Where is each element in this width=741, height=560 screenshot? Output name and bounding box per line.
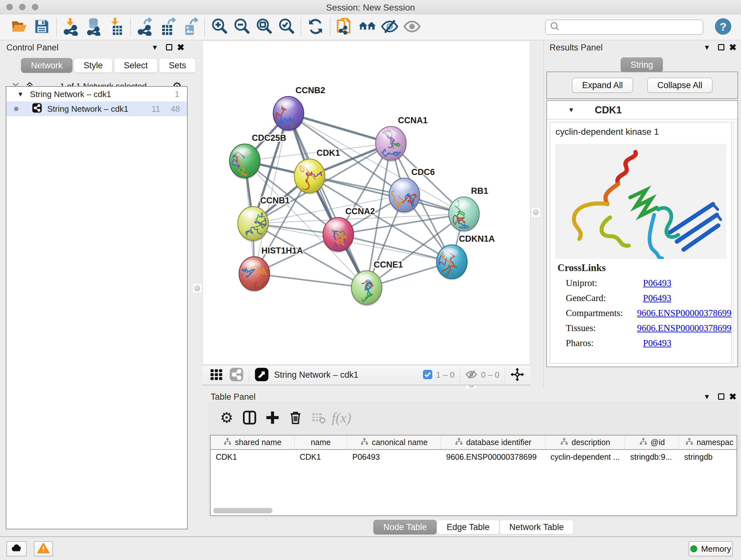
- add-column-icon[interactable]: [261, 408, 284, 428]
- table-cell[interactable]: stringdb: [679, 450, 740, 464]
- table-cell[interactable]: P06493: [347, 450, 441, 464]
- tab-sets[interactable]: Sets: [159, 58, 196, 73]
- first-neighbors-button[interactable]: [356, 17, 379, 37]
- expand-all-button[interactable]: Expand All: [572, 78, 633, 93]
- zoom-selected-button[interactable]: [275, 17, 297, 37]
- table-cell[interactable]: 9606.ENSP00000378699: [441, 450, 545, 464]
- node-label-CCNA2: CCNA2: [345, 206, 375, 216]
- show-columns-icon[interactable]: [238, 408, 261, 428]
- crosslink-value-link[interactable]: P06493: [643, 278, 671, 288]
- node-CDC25B[interactable]: [229, 144, 260, 179]
- table-cell[interactable]: CDK1: [294, 450, 347, 464]
- open-session-button[interactable]: [8, 17, 30, 37]
- edge-HIST1H1A-CCNE1[interactable]: [254, 273, 367, 288]
- results-panel-float-button[interactable]: [718, 44, 724, 51]
- hidden-eye-icon[interactable]: [465, 368, 478, 382]
- import-network-database-button[interactable]: [82, 17, 105, 37]
- refresh-button[interactable]: [305, 17, 327, 37]
- results-panel-close-button[interactable]: ✖: [729, 42, 737, 53]
- zoom-in-button[interactable]: [208, 17, 230, 37]
- clone-network-button[interactable]: [334, 17, 356, 37]
- tab-network-table[interactable]: Network Table: [499, 520, 574, 535]
- column-header-namespac[interactable]: namespac: [679, 435, 740, 449]
- column-header-description[interactable]: description: [545, 435, 625, 449]
- node-CDKN1A[interactable]: [436, 245, 467, 280]
- table-row[interactable]: CDK1CDK1P064939606.ENSP00000378699cyclin…: [211, 450, 737, 464]
- search-field[interactable]: [545, 19, 703, 35]
- import-table-file-button[interactable]: [105, 17, 127, 37]
- birdseye-view-icon[interactable]: [254, 367, 269, 383]
- table-panel-menu-button[interactable]: ▼: [703, 393, 711, 401]
- pan-crosshair-icon[interactable]: [510, 367, 525, 383]
- crosslink-value-link[interactable]: P06493: [643, 293, 671, 303]
- results-panel-menu-button[interactable]: ▼: [703, 44, 711, 52]
- show-all-button[interactable]: [401, 17, 423, 37]
- node-CCNA1[interactable]: [376, 126, 406, 162]
- import-network-file-button[interactable]: [60, 17, 82, 37]
- cloud-status-button[interactable]: [6, 541, 27, 557]
- tab-style[interactable]: Style: [74, 58, 113, 73]
- export-image-button[interactable]: [179, 17, 201, 37]
- column-header-name[interactable]: name: [294, 435, 347, 449]
- node-CDK1[interactable]: [294, 159, 325, 194]
- export-table-button[interactable]: [156, 17, 179, 37]
- column-header--id[interactable]: @id: [625, 435, 679, 449]
- control-panel-menu-button[interactable]: ▼: [151, 44, 158, 52]
- scrollbar-thumb[interactable]: [213, 508, 273, 513]
- left-splitter-handle[interactable]: [192, 284, 202, 293]
- column-header-canonical-name[interactable]: canonical name: [347, 435, 441, 449]
- tree-expander-icon[interactable]: ▼: [17, 91, 23, 98]
- table-horizontal-scrollbar[interactable]: [211, 507, 736, 515]
- network-share-icon[interactable]: [229, 367, 244, 383]
- node-CCNA2[interactable]: [323, 217, 354, 253]
- node-RB1[interactable]: [449, 197, 479, 233]
- table-panel-close-button[interactable]: ✖: [729, 391, 737, 402]
- table-panel-float-button[interactable]: [718, 393, 724, 400]
- control-panel-float-button[interactable]: [166, 44, 172, 51]
- warnings-button[interactable]: [34, 541, 53, 557]
- node-CCNB1[interactable]: [238, 206, 268, 242]
- search-input[interactable]: [560, 22, 694, 32]
- tab-network[interactable]: Network: [21, 58, 72, 73]
- node-CCNE1[interactable]: [351, 271, 382, 306]
- node-HIST1H1A[interactable]: [239, 257, 270, 292]
- collapse-all-button[interactable]: Collapse All: [647, 78, 713, 93]
- table-settings-gear-icon[interactable]: ⚙: [215, 408, 238, 428]
- table-cell[interactable]: cyclin-dependent ...: [545, 450, 625, 464]
- network-graph[interactable]: CCNB2CCNA1CDC25BCDK1CDC6RB1CCNB1CCNA2CDK…: [203, 41, 530, 365]
- edge-CCNB2-CCNA1[interactable]: [288, 113, 391, 143]
- tab-edge-table[interactable]: Edge Table: [436, 520, 499, 535]
- network-canvas[interactable]: CCNB2CCNA1CDC25BCDK1CDC6RB1CCNB1CCNA2CDK…: [202, 40, 530, 365]
- network-collection-row[interactable]: ▼ String Network – cdk1 1: [6, 87, 187, 102]
- right-splitter-handle[interactable]: [531, 207, 541, 217]
- node-CDC6[interactable]: [389, 178, 420, 213]
- delete-column-trash-icon[interactable]: [284, 408, 307, 428]
- hide-selected-button[interactable]: [379, 17, 401, 37]
- help-button[interactable]: ?: [714, 17, 732, 37]
- edge-CCNB2-CCNE1[interactable]: [288, 113, 367, 288]
- save-session-button[interactable]: [30, 17, 53, 37]
- crosslink-value-link[interactable]: P06493: [643, 338, 671, 348]
- selected-checkbox-icon[interactable]: [422, 369, 433, 381]
- control-panel-close-button[interactable]: ✖: [177, 42, 185, 53]
- tab-select[interactable]: Select: [114, 58, 158, 73]
- tab-node-table[interactable]: Node Table: [374, 520, 436, 535]
- crosslink-value-link[interactable]: 9606.ENSP00000378699: [637, 323, 731, 333]
- table-cell[interactable]: stringdb:9...: [625, 450, 679, 464]
- crosslink-value-link[interactable]: 9606.ENSP00000378699: [637, 308, 731, 318]
- results-scrollbar[interactable]: [733, 122, 737, 363]
- node-CCNB2[interactable]: [273, 97, 304, 132]
- zoom-out-button[interactable]: [230, 17, 253, 37]
- refresh-icon: [307, 18, 324, 37]
- table-cell[interactable]: CDK1: [211, 450, 294, 464]
- export-network-button[interactable]: [134, 17, 156, 37]
- grid-view-icon[interactable]: [209, 368, 223, 383]
- column-header-shared-name[interactable]: shared name: [211, 435, 294, 449]
- memory-button[interactable]: Memory: [689, 541, 733, 557]
- gene-section: ▼ CDK1 cyclin-dependent kinase 1: [546, 100, 738, 367]
- zoom-fit-button[interactable]: [253, 17, 275, 37]
- network-row[interactable]: String Network – cdk1 11 48: [6, 102, 187, 116]
- column-header-database-identifier[interactable]: database identifier: [441, 435, 545, 449]
- tab-string[interactable]: String: [621, 57, 663, 72]
- section-collapse-icon[interactable]: ▼: [568, 106, 575, 114]
